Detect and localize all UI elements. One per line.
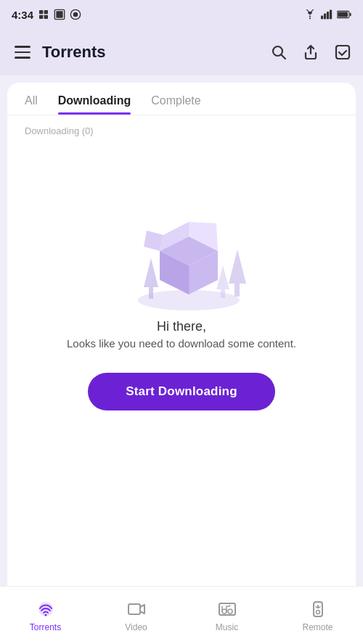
top-bar: Torrents (0, 29, 363, 75)
music-icon (217, 599, 237, 619)
svg-line-17 (282, 55, 286, 59)
svg-point-7 (73, 12, 78, 17)
svg-rect-11 (327, 12, 329, 19)
main-content: All Downloading Complete Downloading (0) (7, 83, 356, 586)
svg-rect-35 (129, 604, 140, 614)
wifi-icon (303, 9, 317, 20)
tab-all[interactable]: All (25, 94, 38, 115)
nav-remote[interactable]: Remote (272, 593, 363, 638)
status-bar: 4:34 (0, 0, 363, 29)
app-icon (70, 9, 81, 20)
nav-video[interactable]: Video (91, 593, 182, 638)
svg-marker-20 (144, 258, 158, 287)
remote-icon (308, 599, 328, 619)
nav-torrents[interactable]: Torrents (0, 593, 91, 638)
empty-state: Hi there, Looks like you need to downloa… (7, 157, 356, 439)
notification-icon (38, 9, 49, 20)
status-time: 4:34 (12, 9, 33, 21)
svg-rect-10 (324, 13, 326, 19)
svg-point-38 (222, 609, 227, 614)
square-icon (54, 9, 65, 20)
status-icons (303, 9, 351, 20)
signal-icon (321, 9, 333, 20)
svg-point-41 (316, 610, 319, 614)
svg-rect-23 (234, 284, 240, 297)
svg-rect-0 (39, 10, 43, 14)
svg-rect-2 (39, 15, 43, 19)
empty-illustration (116, 186, 247, 302)
greeting-text: Hi there, (157, 319, 206, 334)
nav-music-label: Music (216, 622, 238, 632)
svg-rect-25 (221, 289, 225, 298)
svg-rect-9 (321, 16, 323, 20)
top-actions (270, 44, 351, 61)
tab-complete[interactable]: Complete (151, 94, 200, 115)
svg-marker-24 (216, 265, 229, 289)
menu-icon[interactable] (12, 43, 33, 62)
svg-marker-22 (229, 249, 246, 284)
check-select-icon[interactable] (334, 44, 351, 61)
tab-downloading[interactable]: Downloading (58, 94, 131, 115)
svg-line-43 (316, 606, 317, 608)
tabs: All Downloading Complete (7, 83, 356, 115)
svg-line-44 (319, 606, 320, 608)
svg-rect-3 (44, 15, 48, 19)
nav-music[interactable]: Music (182, 593, 272, 638)
svg-rect-21 (149, 287, 153, 299)
svg-rect-5 (56, 11, 62, 17)
svg-rect-1 (44, 10, 48, 14)
page-title: Torrents (42, 43, 261, 62)
svg-rect-15 (350, 13, 351, 17)
subtext: Looks like you need to download some con… (67, 337, 296, 350)
bottom-nav: Torrents Video Music (0, 586, 363, 644)
search-icon[interactable] (270, 44, 287, 61)
battery-icon (337, 9, 351, 20)
svg-point-34 (44, 614, 46, 616)
svg-rect-12 (330, 10, 332, 20)
nav-remote-label: Remote (302, 622, 333, 632)
start-downloading-button[interactable]: Start Downloading (88, 373, 275, 410)
downloading-count: Downloading (0) (7, 115, 356, 142)
nav-video-label: Video (125, 622, 147, 632)
share-icon[interactable] (302, 44, 319, 61)
svg-rect-14 (338, 12, 348, 17)
svg-rect-18 (336, 46, 349, 59)
torrents-icon (36, 599, 56, 619)
svg-marker-36 (140, 605, 144, 614)
nav-torrents-label: Torrents (30, 622, 61, 632)
video-icon (126, 599, 147, 619)
svg-point-8 (309, 17, 311, 19)
svg-point-39 (228, 609, 232, 614)
svg-marker-31 (144, 231, 163, 251)
